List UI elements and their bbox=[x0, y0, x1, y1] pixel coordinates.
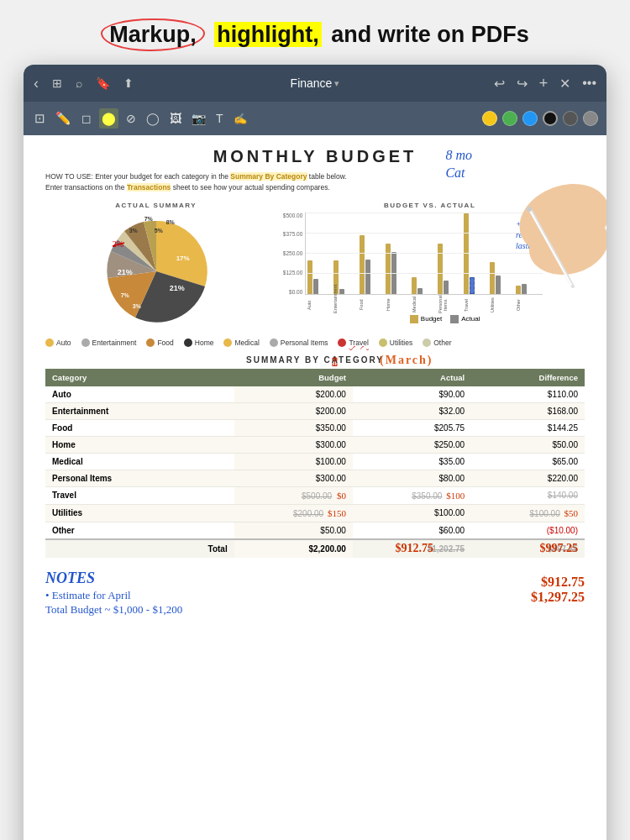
col-category: Category bbox=[45, 369, 234, 386]
app-window: ‹ ⊞ ⌕ 🔖 ⬆ Finance ▾ ↩ ↪ + ✕ ••• ⊡ ✏️ ◻ ⬤… bbox=[24, 65, 606, 840]
table-row: Auto $200.00 $90.00 $110.00 bbox=[45, 386, 585, 403]
highlight-word: highlight, bbox=[214, 22, 321, 47]
color-green[interactable] bbox=[502, 111, 517, 126]
sidebar-tool[interactable]: ⊡ bbox=[32, 108, 48, 129]
document-body: 8 moCat MONTHLY BUDGET HOW TO USE: Enter… bbox=[24, 135, 606, 840]
lasso-tool[interactable]: ⊘ bbox=[123, 109, 139, 128]
charts-row: ACTUAL SUMMARY bbox=[45, 202, 585, 330]
hw-notes-title: NOTES bbox=[45, 570, 514, 587]
hw-top-right: 8 moCat bbox=[445, 147, 472, 182]
color-yellow[interactable] bbox=[482, 111, 497, 126]
more-icon[interactable]: ••• bbox=[582, 76, 596, 91]
dropdown-arrow[interactable]: ▾ bbox=[334, 78, 339, 89]
hw-bottom-total1: $912.75 bbox=[531, 575, 585, 590]
table-row-other: Other $50.00 $60.00 ($10.00) bbox=[45, 522, 585, 539]
chart-legend: Auto Entertainment Food Home Medical Per… bbox=[45, 339, 585, 347]
bookmark-icon[interactable]: 🔖 bbox=[96, 76, 110, 90]
grid-icon[interactable]: ⊞ bbox=[52, 76, 62, 90]
color-gray[interactable] bbox=[583, 111, 598, 126]
summary-table-title: SUMMARY BY CATEGORY (March) ⑄ bbox=[45, 355, 585, 365]
col-budget: Budget bbox=[234, 369, 353, 386]
table-row-food: Food $350.00 $205.75 $144.25 bbox=[45, 419, 585, 436]
shapes-tool[interactable]: ◯ bbox=[144, 109, 162, 128]
svg-line-5 bbox=[113, 243, 124, 246]
add-icon[interactable]: + bbox=[539, 75, 549, 92]
hw-total-diff: $997.25 bbox=[540, 542, 579, 555]
share-icon[interactable]: ⬆ bbox=[123, 76, 134, 90]
bar-chart-section: BUDGET VS. ACTUAL +50% Compa-red tolastm… bbox=[275, 202, 585, 330]
table-row: Entertainment $200.00 $32.00 $168.00 bbox=[45, 402, 585, 419]
pie-chart-section: ACTUAL SUMMARY bbox=[45, 202, 266, 330]
color-blue[interactable] bbox=[522, 111, 538, 126]
hw-travel-budget: $0 bbox=[337, 491, 346, 501]
back-button[interactable]: ‹ bbox=[34, 75, 39, 92]
hw-notes-line1: • Estimate for April bbox=[45, 589, 514, 602]
hw-total-actual: $912.75 bbox=[396, 542, 434, 555]
pen-tool[interactable]: ✏️ bbox=[53, 108, 74, 129]
text-tool[interactable]: T bbox=[213, 109, 226, 128]
table-row: Medical $100.00 $35.00 $65.00 bbox=[45, 453, 585, 470]
highlighter-tool[interactable]: ⬤ bbox=[99, 108, 118, 129]
toolbar: ⊡ ✏️ ◻ ⬤ ⊘ ◯ 🖼 📷 T ✍ bbox=[24, 102, 606, 135]
hw-march: (March) bbox=[380, 354, 433, 367]
hw-util-budget: $150 bbox=[328, 508, 346, 518]
camera-tool[interactable]: 📷 bbox=[189, 109, 208, 128]
table-total-row: Total $2,200.00 $1,202.75 $997.25 bbox=[45, 539, 585, 558]
budget-table: Category Budget Actual Difference Auto $… bbox=[45, 369, 585, 558]
sign-tool[interactable]: ✍ bbox=[231, 110, 249, 128]
markup-word: Markup, bbox=[101, 18, 205, 51]
color-black[interactable] bbox=[543, 111, 558, 126]
document-title-main: MONTHLY BUDGET bbox=[45, 147, 585, 166]
hw-notes-line2: Total Budget ~ $1,000 - $1,200 bbox=[45, 603, 514, 617]
howto-text: HOW TO USE: Enter your budget for each c… bbox=[45, 171, 365, 193]
headline-section: Markup, highlight, and write on PDFs bbox=[0, 0, 630, 65]
color-darkgray[interactable] bbox=[563, 111, 578, 126]
document-title: Finance bbox=[291, 76, 333, 90]
headline-rest: and write on PDFs bbox=[331, 22, 529, 47]
close-icon[interactable]: ✕ bbox=[559, 76, 570, 92]
table-row: Personal Items $300.00 $80.00 $220.00 bbox=[45, 470, 585, 486]
hw-bottom-total2: $1,297.25 bbox=[531, 590, 585, 605]
table-row-travel: Travel $500.00 $0 $350.00 $100 $140.00 bbox=[45, 486, 585, 504]
undo-icon[interactable]: ↩ bbox=[494, 76, 505, 92]
col-difference: Difference bbox=[471, 369, 585, 386]
hw-travel-actual: $100 bbox=[446, 491, 465, 501]
title-bar: ‹ ⊞ ⌕ 🔖 ⬆ Finance ▾ ↩ ↪ + ✕ ••• bbox=[24, 65, 606, 102]
table-row: Home $300.00 $250.00 $50.00 bbox=[45, 436, 585, 453]
eraser-tool[interactable]: ◻ bbox=[79, 109, 94, 128]
notes-section: NOTES • Estimate for April Total Budget … bbox=[45, 566, 585, 620]
search-icon[interactable]: ⌕ bbox=[76, 76, 82, 90]
table-row-utilities: Utilities $200.00 $150 $100.00 $100.00 $… bbox=[45, 504, 585, 522]
hw-fork: ⑄ bbox=[331, 355, 339, 369]
hw-util-diff: $50 bbox=[564, 508, 579, 518]
budget-vs-actual-title: BUDGET VS. ACTUAL bbox=[275, 202, 585, 209]
redo-icon[interactable]: ↪ bbox=[517, 76, 528, 92]
hw-annotation: +50% Compa-red tolastmonth bbox=[516, 218, 583, 251]
actual-summary-title: ACTUAL SUMMARY bbox=[45, 202, 266, 209]
image-tool[interactable]: 🖼 bbox=[167, 109, 184, 128]
col-actual: Actual bbox=[353, 369, 471, 386]
